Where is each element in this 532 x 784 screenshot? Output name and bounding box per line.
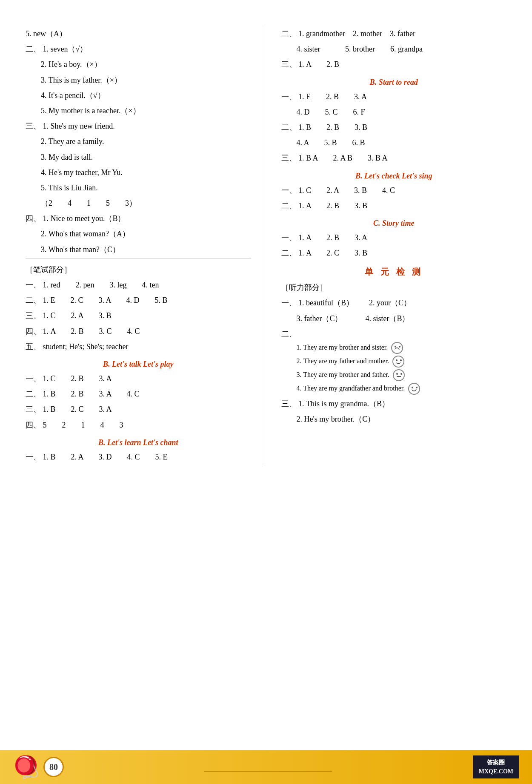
bishi-san: 三、 1. C 2. A 3. B — [26, 308, 251, 323]
ut-er-item-4: 4. They are my grandfather and brother. — [297, 383, 507, 395]
smiley-3 — [393, 369, 405, 381]
si-label-top: 四、 1. Nice to meet you.（B） — [26, 211, 251, 226]
ut-er-text-3: 3. They are my brother and father. — [297, 371, 389, 378]
er-item-4: 4. It's a pencil.（√） — [26, 88, 251, 103]
listen-label: ［听力部分］ — [281, 280, 507, 295]
page-number: 80 — [43, 757, 64, 777]
separator-1 — [26, 258, 251, 259]
ut-er-text-2: 2. They are my father and mother. — [297, 357, 389, 365]
ut-san-1: 三、 1. This is my grandma.（B） — [281, 396, 507, 411]
lc-yi: 一、 1. C 2. A 3. B 4. C — [281, 183, 507, 198]
page: 5. new（A） 二、 1. seven（√） 2. He's a boy.（… — [0, 0, 532, 784]
sr-er-1: 二、 1. B 2. B 3. B — [281, 120, 507, 135]
ut-yi-line2: 3. father（C） 4. sister（B） — [281, 311, 507, 326]
sr-er-2: 4. A 5. B 6. B — [281, 135, 507, 150]
start-read-header: B. Start to read — [281, 78, 507, 87]
unit-test-title: 单 元 检 测 — [281, 266, 507, 278]
bishi-label: ［笔试部分］ — [26, 262, 251, 277]
ut-er-text-1: 1. They are my brother and sister. — [297, 344, 388, 351]
lets-check-header: B. Let's check Let's sing — [281, 172, 507, 181]
er-item-3: 3. This is my father.（×） — [26, 73, 251, 87]
ut-er-item-3: 3. They are my brother and father. — [297, 369, 507, 381]
san-item-2: 2. They are a family. — [26, 134, 251, 149]
talk-yi: 一、 1. C 2. B 3. A — [26, 371, 251, 386]
smiley-4 — [408, 383, 420, 395]
content-area: 5. new（A） 二、 1. seven（√） 2. He's a boy.（… — [26, 26, 506, 465]
si-item-2: 2. Who's that woman?（A） — [26, 227, 251, 241]
lets-talk-header: B. Let's talk Let's play — [26, 360, 251, 369]
ut-er-item-1: 1. They are my brother and sister. — [297, 342, 507, 354]
san-label-top: 三、 1. She's my new friend. — [26, 119, 251, 133]
story-time-header: C. Story time — [281, 219, 507, 228]
sr-san: 三、 1. B A 2. A B 3. B A — [281, 151, 507, 165]
bishi-si: 四、 1. A 2. B 3. C 4. C — [26, 324, 251, 339]
smiley-2 — [392, 356, 404, 368]
left-column: 5. new（A） 二、 1. seven（√） 2. He's a boy.（… — [26, 26, 264, 465]
san-item-5: 5. This is Liu Jian. — [26, 181, 251, 195]
er-label-top: 二、 1. seven（√） — [26, 42, 251, 56]
talk-san: 三、 1. B 2. C 3. A — [26, 402, 251, 416]
ut-yi-line1: 一、 1. beautiful（B） 2. your（C） — [281, 296, 507, 310]
smiley-1 — [391, 342, 403, 354]
er-item-5: 5. My mother is a teacher.（×） — [26, 103, 251, 118]
ut-san-2: 2. He's my brother.（C） — [281, 412, 507, 426]
san-order: （2 4 1 5 3） — [26, 196, 251, 210]
ut-er-label: 二、 — [281, 327, 507, 341]
ut-er-text-4: 4. They are my grandfather and brother. — [297, 385, 405, 392]
bishi-yi: 一、 1. red 2. pen 3. leg 4. ten — [26, 278, 251, 292]
talk-er: 二、 1. B 2. B 3. A 4. C — [26, 387, 251, 401]
right-er: 二、 1. grandmother 2. mother 3. father — [281, 26, 507, 41]
sr-yi-2: 4. D 5. C 6. F — [281, 105, 507, 119]
lets-learn-header: B. Let's learn Let's chant — [26, 438, 251, 447]
bishi-wu: 五、 student; He's; She's; teacher — [26, 339, 251, 354]
watermark: 答案圈MXQE.COM — [473, 755, 519, 778]
si-item-3: 3. Who's that man?（C） — [26, 242, 251, 257]
horse-icon: 🪀 — [13, 755, 39, 779]
right-er-line2: 4. sister 5. brother 6. grandpa — [281, 42, 507, 56]
right-san: 三、 1. A 2. B — [281, 57, 507, 72]
st-yi: 一、 1. A 2. B 3. A — [281, 230, 507, 245]
bottom-bar: 🪀 80 答案圈MXQE.COM — [0, 750, 532, 784]
er-item-2: 2. He's a boy.（×） — [26, 57, 251, 72]
bishi-er: 二、 1. E 2. C 3. A 4. D 5. B — [26, 293, 251, 307]
lc-er: 二、 1. A 2. B 3. B — [281, 198, 507, 213]
right-column: 二、 1. grandmother 2. mother 3. father 4.… — [264, 26, 507, 465]
sr-yi-1: 一、 1. E 2. B 3. A — [281, 89, 507, 104]
san-item-3: 3. My dad is tall. — [26, 150, 251, 164]
san-item-4: 4. He's my teacher, Mr Yu. — [26, 165, 251, 180]
item-5-new: 5. new（A） — [26, 26, 251, 41]
st-er: 二、 1. A 2. C 3. B — [281, 246, 507, 260]
talk-si: 四、 5 2 1 4 3 — [26, 418, 251, 432]
ut-er-item-2: 2. They are my father and mother. — [297, 356, 507, 368]
learn-yi: 一、 1. B 2. A 3. D 4. C 5. E — [26, 450, 251, 464]
